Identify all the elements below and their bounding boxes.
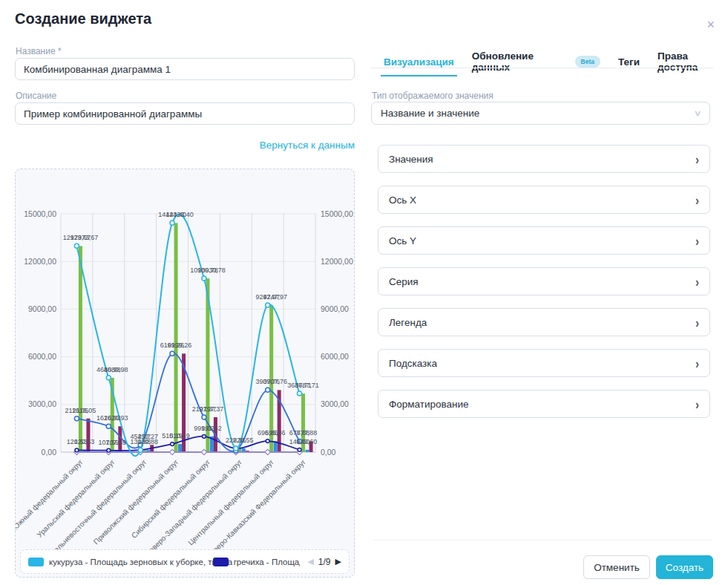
description-field-label: Описание bbox=[16, 91, 56, 101]
description-input[interactable] bbox=[15, 102, 355, 125]
settings-sections: Значения›Ось X›Ось Y›Серия›Легенда›Подск… bbox=[378, 145, 710, 431]
tab-label: Обновление данных bbox=[472, 50, 569, 73]
svg-text:9247,97: 9247,97 bbox=[255, 293, 280, 301]
legend-swatch bbox=[213, 558, 229, 566]
svg-text:107,59: 107,59 bbox=[99, 439, 119, 446]
create-widget-modal: Создание виджета × Название * Описание В… bbox=[0, 0, 728, 585]
legend-item[interactable]: кукуруза - Площадь зерновых к уборке, ты… bbox=[28, 558, 206, 566]
svg-text:15000,00: 15000,00 bbox=[321, 209, 353, 218]
chevron-right-icon: › bbox=[695, 192, 699, 207]
svg-text:3000,00: 3000,00 bbox=[321, 399, 349, 408]
svg-text:510,19: 510,19 bbox=[162, 432, 183, 439]
svg-text:695,86: 695,86 bbox=[258, 429, 278, 437]
svg-text:12000,00: 12000,00 bbox=[321, 257, 353, 266]
svg-text:2116,05: 2116,05 bbox=[65, 407, 89, 414]
create-button[interactable]: Создать bbox=[656, 555, 713, 579]
chart-legend: кукуруза - Площадь зерновых к уборке, ты… bbox=[20, 549, 350, 574]
legend-page-indicator: 1/9 bbox=[318, 557, 331, 567]
svg-text:3000,00: 3000,00 bbox=[28, 399, 56, 408]
tabs-divider bbox=[371, 68, 713, 68]
chevron-right-icon: › bbox=[695, 151, 699, 166]
section-форматирование[interactable]: Форматирование› bbox=[378, 390, 710, 418]
svg-text:228,55: 228,55 bbox=[226, 437, 246, 444]
cancel-button[interactable]: Отменить bbox=[583, 555, 650, 579]
footer-divider bbox=[373, 540, 712, 540]
svg-text:3687,71: 3687,71 bbox=[287, 382, 312, 389]
section-label: Значения bbox=[389, 154, 433, 165]
svg-text:9000,00: 9000,00 bbox=[321, 304, 349, 313]
section-label: Подсказка bbox=[389, 358, 437, 369]
combo-chart: 0,000,003000,003000,006000,006000,009000… bbox=[16, 169, 355, 551]
display-type-value: Название и значение bbox=[381, 108, 479, 119]
section-значения[interactable]: Значения› bbox=[378, 145, 710, 173]
name-field-label: Название * bbox=[16, 46, 62, 56]
close-icon[interactable]: × bbox=[706, 18, 715, 31]
chevron-right-icon: › bbox=[695, 355, 699, 370]
section-ось-y[interactable]: Ось Y› bbox=[378, 226, 710, 255]
svg-text:4680,98: 4680,98 bbox=[96, 366, 121, 373]
page-title: Создание виджета bbox=[15, 10, 151, 27]
legend-pagination: ◀1/9▶ bbox=[307, 557, 341, 567]
svg-text:120,53: 120,53 bbox=[67, 438, 88, 445]
chevron-right-icon: › bbox=[695, 232, 699, 248]
svg-text:1626,93: 1626,93 bbox=[96, 414, 121, 422]
svg-text:149,60: 149,60 bbox=[289, 438, 310, 445]
tab-label: Визуализация bbox=[384, 56, 454, 68]
chevron-down-icon: ∨ bbox=[693, 108, 701, 118]
section-label: Ось X bbox=[389, 195, 416, 206]
section-label: Легенда bbox=[389, 317, 427, 328]
svg-text:130,88: 130,88 bbox=[130, 438, 151, 445]
section-легенда[interactable]: Легенда› bbox=[378, 308, 710, 336]
svg-text:6000,00: 6000,00 bbox=[28, 352, 56, 361]
chart-preview-card: 0,000,003000,003000,006000,006000,009000… bbox=[15, 169, 355, 578]
display-type-label: Тип отображаемого значения bbox=[372, 91, 493, 101]
tab-label: Теги bbox=[618, 56, 640, 68]
section-label: Серия bbox=[389, 276, 419, 287]
right-panel-tabs: ВизуализацияОбновление данныхBetaТегиПра… bbox=[384, 50, 728, 82]
chevron-right-icon: › bbox=[695, 314, 699, 330]
chevron-right-icon: › bbox=[695, 273, 699, 289]
name-input[interactable] bbox=[15, 58, 355, 80]
back-to-data-link[interactable]: Вернуться к данным bbox=[260, 140, 355, 151]
section-подсказка[interactable]: Подсказка› bbox=[378, 349, 710, 377]
svg-text:14423,40: 14423,40 bbox=[158, 211, 186, 218]
beta-badge: Beta bbox=[575, 56, 600, 68]
chevron-right-icon: › bbox=[695, 396, 699, 411]
tab-label: Права доступа bbox=[658, 50, 728, 73]
tab-access-rights[interactable]: Права доступа bbox=[658, 50, 728, 82]
svg-text:991,62: 991,62 bbox=[194, 425, 214, 432]
legend-label: кукуруза - Площадь зерновых к уборке, ты… bbox=[49, 558, 232, 566]
tab-tags[interactable]: Теги bbox=[618, 56, 640, 76]
section-label: Ось Y bbox=[389, 235, 416, 246]
svg-text:15000,00: 15000,00 bbox=[24, 209, 56, 218]
svg-text:10930,78: 10930,78 bbox=[190, 267, 218, 274]
svg-text:12973,67: 12973,67 bbox=[63, 234, 91, 241]
svg-text:677,88: 677,88 bbox=[289, 429, 310, 437]
section-серия[interactable]: Серия› bbox=[378, 267, 710, 295]
svg-text:6199,26: 6199,26 bbox=[160, 341, 185, 349]
svg-text:0,00: 0,00 bbox=[321, 448, 336, 457]
legend-prev-icon[interactable]: ◀ bbox=[307, 557, 313, 566]
section-ось-x[interactable]: Ось X› bbox=[378, 186, 710, 214]
legend-next-icon[interactable]: ▶ bbox=[335, 557, 341, 566]
svg-text:12000,00: 12000,00 bbox=[24, 257, 56, 266]
legend-label: гречиха - Площадь : bbox=[234, 558, 301, 566]
tab-data-refresh[interactable]: Обновление данныхBeta bbox=[472, 50, 600, 82]
tab-visualization[interactable]: Визуализация bbox=[384, 56, 454, 76]
svg-text:9000,00: 9000,00 bbox=[28, 304, 56, 313]
section-label: Форматирование bbox=[389, 399, 469, 410]
svg-text:3907,76: 3907,76 bbox=[255, 378, 280, 385]
display-type-select[interactable]: Название и значение ∨ bbox=[371, 102, 710, 125]
legend-swatch bbox=[28, 558, 44, 566]
svg-text:2197,37: 2197,37 bbox=[192, 405, 217, 413]
legend-item[interactable]: гречиха - Площадь : bbox=[213, 558, 301, 566]
svg-text:6000,00: 6000,00 bbox=[321, 352, 349, 361]
svg-text:0,00: 0,00 bbox=[42, 448, 57, 457]
